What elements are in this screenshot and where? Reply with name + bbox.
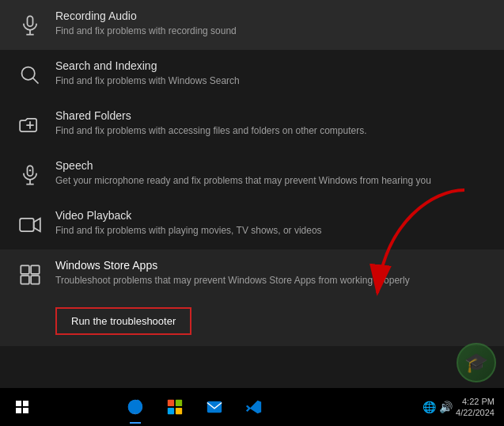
svg-rect-24 — [207, 401, 222, 413]
list-item-search-indexing[interactable]: Search and Indexing Find and fix problem… — [0, 50, 504, 100]
svg-rect-20 — [168, 400, 174, 406]
svg-point-3 — [22, 67, 35, 80]
item-desc-windows-store-apps: Troubleshoot problems that may prevent W… — [55, 274, 488, 287]
run-btn-container: Run the troubleshooter — [0, 299, 504, 346]
taskbar-network-icon: 🌐 — [423, 401, 436, 413]
item-title-windows-store-apps: Windows Store Apps — [55, 259, 488, 272]
mic2-icon — [16, 161, 44, 189]
item-desc-recording-audio: Find and fix problems with recording sou… — [55, 25, 488, 38]
item-title-search-indexing: Search and Indexing — [55, 59, 488, 72]
taskbar-mail[interactable] — [195, 388, 233, 426]
svg-line-4 — [33, 78, 39, 84]
taskbar-vscode[interactable] — [235, 388, 273, 426]
svg-rect-16 — [16, 401, 21, 406]
list-item-recording-audio[interactable]: Recording Audio Find and fix problems wi… — [0, 0, 504, 50]
item-desc-speech: Get your microphone ready and fix proble… — [55, 174, 488, 188]
search-icon — [16, 61, 44, 89]
item-desc-video-playback: Find and fix problems with playing movie… — [55, 224, 488, 238]
run-troubleshooter-button[interactable]: Run the troubleshooter — [55, 307, 191, 335]
svg-point-8 — [29, 169, 31, 171]
list-item-shared-folders[interactable]: Shared Folders Find and fix problems wit… — [0, 100, 504, 150]
svg-rect-12 — [31, 265, 39, 274]
list-item-windows-store-apps[interactable]: Windows Store Apps Troubleshoot problems… — [0, 249, 504, 299]
taskbar: 🌐 🔊 4:22 PM 4/22/2024 — [0, 388, 504, 426]
svg-rect-18 — [16, 408, 21, 413]
svg-rect-19 — [23, 408, 28, 413]
folder-icon — [16, 111, 44, 139]
taskbar-volume-icon: 🔊 — [439, 401, 453, 413]
taskbar-clock: 4:22 PM 4/22/2024 — [456, 396, 495, 419]
svg-rect-22 — [168, 408, 174, 414]
list-item-video-playback[interactable]: Video Playback Find and fix problems wit… — [0, 200, 504, 249]
svg-marker-10 — [34, 219, 40, 231]
svg-rect-11 — [21, 265, 28, 274]
svg-rect-14 — [31, 276, 39, 284]
svg-rect-21 — [176, 400, 182, 406]
video-icon — [16, 211, 44, 239]
item-title-shared-folders: Shared Folders — [55, 109, 488, 122]
taskbar-edge[interactable] — [116, 388, 154, 426]
list-item-speech[interactable]: Speech Get your microphone ready and fix… — [0, 150, 504, 200]
svg-rect-17 — [23, 401, 28, 406]
item-desc-search-indexing: Find and fix problems with Windows Searc… — [55, 74, 488, 88]
taskbar-apps — [116, 388, 273, 426]
start-button[interactable] — [3, 388, 41, 426]
item-desc-shared-folders: Find and fix problems with accessing fil… — [55, 124, 488, 138]
troubleshooter-list: Recording Audio Find and fix problems wi… — [0, 0, 504, 364]
item-title-video-playback: Video Playback — [55, 209, 488, 222]
microphone-icon — [16, 11, 44, 40]
store-icon — [16, 261, 44, 289]
watermark: 🎓 — [457, 343, 496, 382]
svg-rect-9 — [20, 219, 33, 231]
item-title-recording-audio: Recording Audio — [55, 10, 488, 22]
watermark-icon: 🎓 — [457, 343, 496, 382]
svg-rect-0 — [28, 16, 33, 26]
svg-rect-23 — [176, 408, 182, 414]
item-title-speech: Speech — [55, 159, 488, 172]
taskbar-right: 🌐 🔊 4:22 PM 4/22/2024 — [423, 396, 501, 419]
svg-rect-13 — [21, 276, 28, 284]
taskbar-store[interactable] — [156, 388, 194, 426]
